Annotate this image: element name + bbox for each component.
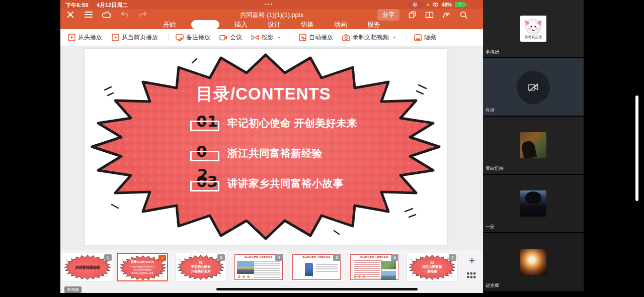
- participant-tile[interactable]: 黄白忆楠: [483, 117, 584, 175]
- thumb-line: 牢记初心使命 开创美好未来: [130, 265, 154, 268]
- notes-play-button[interactable]: 备注播放: [176, 33, 210, 42]
- avatar-caption: 你可真厉害: [525, 35, 542, 39]
- thumb-icons: [238, 275, 250, 278]
- thumb-line: 开创美好未来: [191, 269, 211, 273]
- toc-item-3: 03 讲讲家乡共同富裕小故事: [196, 173, 438, 193]
- thumbnail-badge: 4: [275, 254, 283, 261]
- grid-view-button[interactable]: [467, 272, 477, 280]
- participant-tile[interactable]: 许涛: [483, 58, 584, 117]
- presenter-name-chip: 李博妍: [64, 286, 82, 293]
- ribbon-tabs: 开始 插入 设计 切换 动画 服务: [60, 20, 483, 29]
- thumb-textlines: [254, 261, 280, 279]
- current-slide[interactable]: 目录/CONTENTS 01 牢记初心使命 开创美好未来 0 浙江共同富裕新经验…: [85, 49, 447, 245]
- toc-item-2: 0 浙江共同富裕新经验: [196, 143, 438, 163]
- record-doc-video-button[interactable]: 录制文档视频: [342, 33, 396, 42]
- thumbnail-badge: 1: [104, 254, 112, 261]
- hide-button[interactable]: 隐藏: [414, 33, 436, 42]
- thumbnail-badge: 3: [217, 254, 225, 261]
- thumbnail-badge: 5: [333, 254, 341, 261]
- thumb-illustration: [305, 263, 313, 276]
- share-button[interactable]: 分享: [377, 9, 399, 21]
- tab-transition[interactable]: 切换: [295, 20, 320, 29]
- tab-insert[interactable]: 插入: [228, 20, 254, 29]
- avatar: 你可真厉害: [520, 16, 546, 42]
- toc-number: 01: [196, 113, 227, 130]
- projector-icon: [251, 34, 259, 42]
- thumb-photo: [381, 271, 396, 280]
- participant-name: 许涛: [486, 107, 495, 114]
- play-square-icon: [111, 34, 119, 42]
- thumb-line: 牢记初心使命: [191, 265, 211, 269]
- home-indicator[interactable]: [216, 288, 418, 290]
- bottom-strip: 李博妍: [60, 285, 483, 293]
- screen: 下午6:59 4月12日周二 48% ⚡: [0, 0, 644, 297]
- toc-number: 0: [196, 143, 227, 160]
- project-button[interactable]: 投影: [251, 33, 281, 42]
- right-letterbox: [584, 0, 644, 297]
- slide-thumbnail-4[interactable]: 4 牢记初心使命 开创美好未来: [233, 253, 284, 281]
- dropdown-caret-icon: [278, 37, 281, 39]
- thumb-photo: [381, 261, 396, 269]
- tab-animation[interactable]: 动画: [328, 20, 353, 29]
- thumb-title: 共同富裕新征程: [75, 265, 100, 270]
- add-slide-button[interactable]: +: [466, 255, 478, 267]
- participant-name: 一安: [486, 224, 495, 230]
- sidebar-scrollbar[interactable]: [635, 95, 638, 201]
- meeting-video-sidebar: 你可真厉害 李博妍 许涛 黄白忆楠 一安 赵京卿: [483, 0, 584, 297]
- thumb-photo: [237, 261, 254, 274]
- dropdown-caret-icon: [393, 37, 396, 39]
- auto-play-button[interactable]: 自动播放: [298, 33, 333, 42]
- thumbnail-badge: 6: [391, 254, 398, 261]
- app-header: 下午6:59 4月12日周二 48% ⚡: [60, 0, 483, 29]
- slide-thumbnail-3[interactable]: 3 01 牢记初心使命 开创美好未来: [175, 253, 226, 281]
- participant-tile[interactable]: 你可真厉害 李博妍: [483, 0, 584, 58]
- screen-recording-indicator-icon[interactable]: [407, 2, 424, 8]
- meeting-button[interactable]: 会议: [219, 33, 242, 42]
- pen-ink-icon[interactable]: [442, 11, 451, 20]
- slide-thumbnail-6[interactable]: 6 牢记初心使命 开创美好未来: [349, 253, 400, 281]
- thumb-line: 讲讲家乡共同富裕小故事: [131, 272, 153, 274]
- participant-name: 黄白忆楠: [486, 165, 504, 172]
- toc-text: 牢记初心使命 开创美好未来: [227, 113, 357, 130]
- thumb-textlines: [316, 264, 338, 273]
- participant-tile[interactable]: 赵京卿: [483, 233, 584, 292]
- slide-canvas[interactable]: 目录/CONTENTS 01 牢记初心使命 开创美好未来 0 浙江共同富裕新经验…: [60, 46, 483, 250]
- toolbar-divider: [291, 34, 291, 41]
- thumb-line: 02: [430, 261, 434, 265]
- toc-text: 讲讲家乡共同富裕小故事: [227, 173, 344, 190]
- copy-icon[interactable]: [408, 11, 417, 20]
- read-mode-icon[interactable]: [425, 11, 434, 20]
- toolbar-divider: [406, 34, 407, 41]
- thumbnail-badge: 2: [158, 255, 166, 261]
- participant-name: 赵京卿: [486, 282, 499, 289]
- avatar: [520, 190, 546, 217]
- title-row: 共同富裕 (1)(1)(1).pptx 分享: [60, 9, 483, 20]
- wps-app-window: 下午6:59 4月12日周二 48% ⚡: [60, 0, 483, 293]
- status-bar: 下午6:59 4月12日周二 48% ⚡: [60, 0, 483, 9]
- slide-thumbnail-2-selected[interactable]: 2 目录/CONTENTS 牢记初心使命 开创美好未来 浙江共同富裕新经验 讲讲…: [117, 253, 168, 281]
- thumb-line: 浙江共同富裕: [423, 265, 442, 269]
- tab-selected-pill[interactable]: [191, 20, 219, 29]
- tab-services[interactable]: 服务: [361, 20, 386, 29]
- toc-item-1: 01 牢记初心使命 开创美好未来: [196, 113, 438, 133]
- avatar: [520, 132, 546, 158]
- status-date: 4月12日周二: [97, 2, 128, 9]
- search-icon[interactable]: [459, 11, 468, 20]
- status-time: 下午6:59: [65, 2, 89, 9]
- slide-thumbnail-1[interactable]: 1 共同富裕新征程: [62, 253, 113, 281]
- tab-design[interactable]: 设计: [262, 20, 287, 29]
- participant-tile[interactable]: 一安: [483, 175, 584, 233]
- thumb-title: 目录/CONTENTS: [131, 260, 154, 264]
- tab-home[interactable]: 开始: [157, 20, 182, 29]
- slide-thumbnail-7[interactable]: 7 02 浙江共同富裕 新经验: [407, 253, 458, 281]
- thumbnail-badge: 7: [449, 254, 456, 261]
- avatar: [520, 249, 546, 275]
- slide-thumbnail-5[interactable]: 5 牢记初心使命 开创美好未来: [291, 253, 342, 281]
- play-from-current-button[interactable]: 从当前页播放: [111, 33, 158, 42]
- glitch-digit: 2: [197, 165, 208, 183]
- toolbar-divider: [168, 34, 169, 41]
- multitask-dots-icon[interactable]: [265, 4, 272, 5]
- monitor-note-icon: [176, 34, 184, 42]
- play-from-start-button[interactable]: 从头播放: [67, 33, 102, 42]
- slide-title: 目录/CONTENTS: [196, 83, 331, 106]
